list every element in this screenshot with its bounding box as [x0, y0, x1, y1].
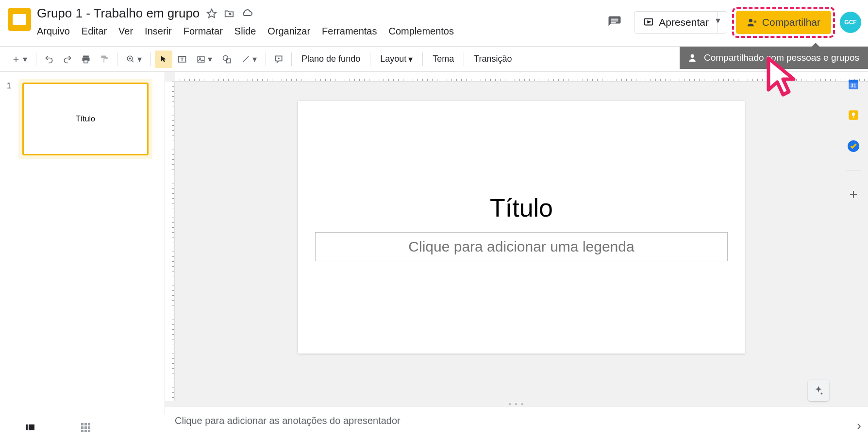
- star-icon[interactable]: [206, 8, 217, 19]
- slides-logo[interactable]: [8, 8, 31, 31]
- slide-thumbnail[interactable]: Título: [22, 83, 149, 155]
- menu-arquivo[interactable]: Arquivo: [37, 26, 70, 37]
- redo-button[interactable]: [59, 51, 76, 68]
- zoom-button[interactable]: ▾: [121, 51, 147, 68]
- svg-rect-29: [81, 426, 83, 429]
- present-dropdown[interactable]: ▼: [709, 11, 727, 34]
- workspace: 1 Título Título Clique para adicionar um…: [0, 72, 868, 440]
- thumbnail-row[interactable]: 1 Título: [0, 79, 165, 159]
- svg-rect-22: [853, 117, 854, 118]
- background-button[interactable]: Plano de fundo: [296, 54, 366, 64]
- present-button[interactable]: Apresentar: [634, 11, 718, 34]
- svg-rect-8: [83, 55, 89, 57]
- thumbnail-panel: 1 Título: [0, 72, 165, 440]
- svg-rect-10: [84, 60, 88, 63]
- svg-marker-5: [648, 21, 651, 23]
- horizontal-ruler: [175, 72, 868, 82]
- separator: [370, 52, 370, 66]
- svg-rect-17: [226, 59, 230, 63]
- hide-side-panel-icon[interactable]: ›: [857, 418, 861, 433]
- image-tool[interactable]: ▾: [192, 51, 217, 68]
- share-label: Compartilhar: [762, 17, 820, 28]
- svg-rect-2: [611, 20, 618, 21]
- slide-canvas[interactable]: Título Clique para adicionar uma legenda: [298, 101, 745, 354]
- comments-icon[interactable]: [604, 12, 625, 33]
- share-tooltip: Compartilhado com pessoas e grupos: [680, 47, 868, 69]
- menu-slide[interactable]: Slide: [234, 26, 256, 37]
- cloud-saved-icon[interactable]: [241, 8, 253, 19]
- add-addon-icon[interactable]: [846, 187, 861, 202]
- svg-rect-25: [29, 424, 34, 430]
- present-label: Apresentar: [659, 17, 709, 28]
- doc-meta: Grupo 1 - Trabalho em grupo Arquivo Edit…: [37, 5, 454, 37]
- separator: [36, 52, 36, 66]
- separator: [291, 52, 292, 66]
- view-switcher: [0, 414, 165, 440]
- menu-organizar[interactable]: Organizar: [267, 26, 310, 37]
- separator: [117, 52, 117, 66]
- slide-subtitle-placeholder[interactable]: Clique para adicionar uma legenda: [315, 232, 728, 261]
- svg-rect-1: [611, 19, 618, 20]
- side-panel: 31: [839, 72, 868, 202]
- svg-rect-28: [88, 423, 90, 425]
- share-button[interactable]: Compartilhar: [736, 11, 831, 34]
- separator: [464, 52, 464, 66]
- svg-rect-32: [81, 430, 83, 432]
- slide-title-placeholder[interactable]: Título: [490, 193, 553, 222]
- svg-rect-33: [84, 430, 87, 432]
- svg-rect-26: [81, 423, 83, 425]
- filmstrip-view-icon[interactable]: [24, 422, 36, 433]
- canvas-area: Título Clique para adicionar uma legenda…: [165, 72, 868, 440]
- thumbnail-number: 1: [7, 79, 18, 159]
- notes-resizer[interactable]: ● ● ●: [165, 401, 868, 406]
- svg-text:31: 31: [851, 83, 856, 88]
- account-avatar[interactable]: GCF: [840, 12, 861, 33]
- separator: [266, 52, 266, 66]
- svg-rect-24: [26, 424, 28, 430]
- calendar-icon[interactable]: 31: [846, 77, 861, 91]
- svg-point-16: [223, 55, 228, 60]
- svg-rect-11: [101, 55, 106, 58]
- menubar: Arquivo Editar Ver Inserir Formatar Slid…: [37, 26, 454, 37]
- select-tool[interactable]: [155, 51, 172, 68]
- textbox-tool[interactable]: [173, 51, 191, 68]
- svg-point-7: [691, 54, 694, 58]
- new-slide-button[interactable]: ▾: [7, 51, 32, 68]
- document-title[interactable]: Grupo 1 - Trabalho em grupo: [37, 6, 200, 21]
- svg-marker-0: [207, 9, 216, 17]
- transition-button[interactable]: Transição: [468, 54, 517, 64]
- svg-point-35: [821, 393, 823, 395]
- separator: [422, 52, 423, 66]
- svg-rect-30: [84, 426, 87, 429]
- shape-tool[interactable]: [218, 51, 235, 68]
- svg-rect-14: [198, 56, 204, 62]
- grid-view-icon[interactable]: [80, 422, 91, 433]
- menu-complementos[interactable]: Complementos: [388, 26, 454, 37]
- titlebar: Grupo 1 - Trabalho em grupo Arquivo Edit…: [0, 0, 868, 47]
- menu-ver[interactable]: Ver: [118, 26, 133, 37]
- thumbnail-title: Título: [76, 115, 95, 123]
- tasks-icon[interactable]: [846, 139, 861, 153]
- move-icon[interactable]: [224, 8, 234, 19]
- keep-icon[interactable]: [846, 108, 861, 122]
- speaker-notes[interactable]: Clique para adicionar as anotações do ap…: [165, 406, 868, 440]
- paint-format-button[interactable]: [96, 51, 113, 68]
- separator: [150, 52, 151, 66]
- slide-stage[interactable]: Título Clique para adicionar uma legenda: [175, 82, 868, 401]
- print-button[interactable]: [77, 51, 95, 68]
- theme-button[interactable]: Tema: [427, 54, 460, 64]
- undo-button[interactable]: [40, 51, 58, 68]
- svg-point-6: [749, 19, 752, 22]
- layout-button[interactable]: Layout▾: [374, 54, 418, 65]
- line-tool[interactable]: ▾: [236, 51, 262, 68]
- menu-formatar[interactable]: Formatar: [184, 26, 223, 37]
- comment-tool[interactable]: [270, 51, 287, 68]
- svg-rect-3: [611, 22, 616, 23]
- share-tooltip-text: Compartilhado com pessoas e grupos: [704, 52, 859, 63]
- menu-editar[interactable]: Editar: [82, 26, 107, 37]
- svg-rect-31: [88, 426, 90, 429]
- menu-ferramentas[interactable]: Ferramentas: [322, 26, 377, 37]
- menu-inserir[interactable]: Inserir: [145, 26, 172, 37]
- explore-button[interactable]: [808, 380, 829, 401]
- avatar-label: GCF: [844, 19, 856, 26]
